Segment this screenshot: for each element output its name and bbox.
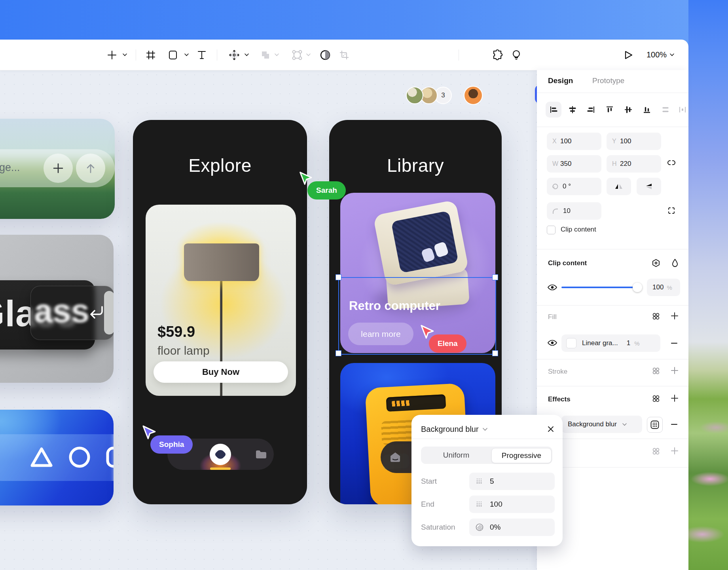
- vector-tool-chevron[interactable]: [305, 40, 312, 70]
- circle-shape-icon[interactable]: [68, 446, 91, 468]
- effect-styles-button[interactable]: [652, 394, 660, 405]
- clip-content-checkbox[interactable]: [547, 226, 555, 234]
- align-right-button[interactable]: [583, 102, 599, 118]
- tab-progressive-label: Progressive: [502, 451, 541, 460]
- message-card[interactable]: ge...: [0, 119, 115, 219]
- popover-close-button[interactable]: [545, 424, 556, 435]
- popover-title: Background blur: [421, 425, 479, 434]
- distribute-horizontal-button[interactable]: [675, 102, 690, 118]
- constrain-proportions-button[interactable]: [667, 160, 676, 167]
- opacity-field[interactable]: 100 %: [647, 279, 680, 296]
- panel-divider: [537, 127, 688, 127]
- insert-tool-chevron[interactable]: [121, 40, 128, 70]
- tab-prototype[interactable]: Prototype: [592, 76, 624, 85]
- rotation-field[interactable]: 0 °: [547, 178, 601, 195]
- add-export-button[interactable]: [671, 447, 679, 456]
- selection-handle-nw[interactable]: [336, 274, 341, 280]
- flip-vertical-button[interactable]: [637, 178, 661, 195]
- add-button[interactable]: [44, 154, 73, 183]
- effect-settings-button[interactable]: [647, 417, 663, 433]
- shape-tool-chevron[interactable]: [183, 40, 190, 70]
- align-h-center-button[interactable]: [565, 102, 580, 118]
- present-button[interactable]: [622, 40, 635, 70]
- fill-swatch[interactable]: [566, 338, 576, 348]
- opacity-slider-thumb[interactable]: [633, 283, 642, 292]
- start-field[interactable]: 5: [469, 473, 555, 490]
- triangle-shape-icon[interactable]: [29, 446, 54, 468]
- buy-now-button[interactable]: Buy Now: [154, 361, 288, 383]
- chevron-down-icon: [483, 428, 487, 431]
- height-field[interactable]: H 220: [607, 155, 661, 173]
- distribute-vertical-button[interactable]: [658, 102, 673, 118]
- selection-box[interactable]: [338, 277, 496, 355]
- fill-styles-button[interactable]: [652, 312, 660, 322]
- opacity-slider[interactable]: [561, 287, 637, 288]
- chevron-down-icon: [275, 53, 279, 56]
- mask-tool-button[interactable]: [319, 40, 332, 70]
- tab-design[interactable]: Design: [548, 76, 573, 85]
- fill-row[interactable]: Linear gra... 1 %: [561, 334, 660, 352]
- square-shape-icon[interactable]: [106, 446, 114, 468]
- move-tool-button[interactable]: [227, 40, 241, 70]
- send-button[interactable]: [76, 154, 105, 183]
- tab-uniform[interactable]: Uniform: [421, 446, 491, 464]
- folder-icon[interactable]: [255, 450, 267, 459]
- text-tool-button[interactable]: [196, 40, 207, 70]
- stroke-styles-button[interactable]: [652, 367, 660, 377]
- end-field[interactable]: 100: [469, 496, 555, 513]
- boolean-tool-button[interactable]: [260, 40, 271, 70]
- selection-handle-se[interactable]: [492, 350, 498, 356]
- remove-effect-button[interactable]: [671, 421, 678, 429]
- glass-refraction-panel[interactable]: ass: [30, 286, 114, 340]
- plugins-button[interactable]: [491, 40, 504, 70]
- clip-content-checkbox-label: Clip content: [561, 226, 596, 234]
- boolean-tool-chevron[interactable]: [273, 40, 280, 70]
- add-effect-button[interactable]: [671, 394, 679, 404]
- vector-tool-button[interactable]: [291, 40, 303, 70]
- flip-horizontal-button[interactable]: [607, 178, 631, 195]
- selection-handle-sw[interactable]: [336, 350, 341, 356]
- export-styles-button[interactable]: [652, 447, 660, 457]
- fill-visibility-button[interactable]: [547, 339, 557, 348]
- align-h-center-icon: [569, 106, 576, 114]
- ideas-button[interactable]: [510, 40, 523, 70]
- corner-radius-field[interactable]: 10: [547, 202, 601, 220]
- y-position-field[interactable]: Y 100: [607, 133, 661, 150]
- align-top-button[interactable]: [602, 102, 618, 118]
- saturation-field[interactable]: 0%: [469, 519, 555, 536]
- lamp-product-card[interactable]: $59.9 floor lamp Buy Now: [146, 205, 296, 396]
- selection-handle-ne[interactable]: [492, 274, 498, 280]
- align-bottom-button[interactable]: [639, 102, 655, 118]
- add-stroke-button[interactable]: [671, 367, 679, 376]
- avatar-collaborator-1[interactable]: [406, 87, 423, 104]
- chevron-down-icon: [306, 53, 311, 56]
- blue-shapes-card[interactable]: [0, 410, 114, 505]
- plus-icon: [671, 447, 679, 455]
- glass-toolbar-pill[interactable]: [0, 434, 114, 481]
- start-value: 5: [490, 477, 494, 486]
- tab-progressive[interactable]: Progressive: [491, 448, 552, 463]
- add-fill-button[interactable]: [671, 312, 679, 321]
- avatar-current-user[interactable]: [464, 86, 483, 105]
- layer-visibility-button[interactable]: [547, 284, 557, 293]
- align-v-center-button[interactable]: [620, 102, 636, 118]
- frame-tool-button[interactable]: [145, 40, 157, 70]
- width-field[interactable]: W 350: [547, 155, 601, 173]
- styles-grid-icon: [652, 447, 660, 456]
- move-tool-chevron[interactable]: [243, 40, 250, 70]
- opacity-droplet-button[interactable]: [671, 258, 679, 270]
- x-position-field[interactable]: X 100: [547, 133, 601, 150]
- compass-tab-active[interactable]: [210, 444, 231, 465]
- home-icon[interactable]: [389, 452, 401, 463]
- crop-tool-button[interactable]: [338, 40, 351, 70]
- popover-title-dropdown[interactable]: Background blur: [421, 425, 487, 434]
- zoom-menu[interactable]: 100%: [643, 40, 677, 70]
- insert-tool-button[interactable]: [105, 40, 119, 70]
- shape-tool-button[interactable]: [168, 40, 178, 70]
- align-left-button[interactable]: [546, 102, 561, 118]
- effect-type-dropdown[interactable]: Background blur: [561, 416, 642, 433]
- glass-demo-card[interactable]: Glass ass: [0, 235, 114, 383]
- remove-fill-button[interactable]: [671, 340, 678, 348]
- blend-mode-button[interactable]: [651, 258, 661, 270]
- independent-corners-button[interactable]: [667, 207, 675, 216]
